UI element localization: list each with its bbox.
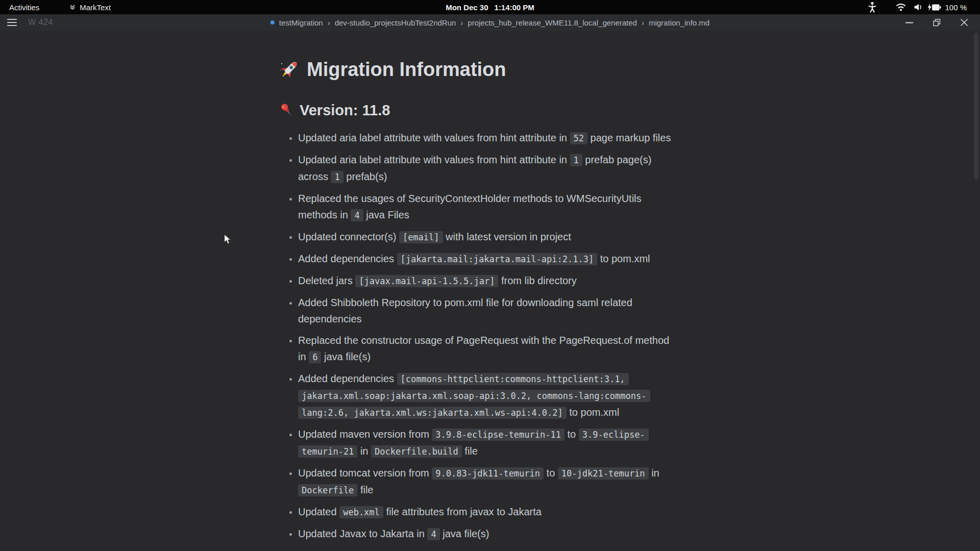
list-item: Updated tomcat version from 9.0.83-jdk11… <box>298 465 678 498</box>
page-title: Migration Information <box>279 56 692 83</box>
list-item-text: Updated <box>298 506 339 517</box>
list-item-text: Updated aria label attribute with values… <box>298 154 570 165</box>
inline-code: [email] <box>399 231 443 243</box>
markdown-document: Migration Information Version: 11.8 Upda… <box>279 31 692 542</box>
list-item: Updated web.xml file attributes from jav… <box>298 504 678 520</box>
version-heading: Version: 11.8 <box>279 100 692 120</box>
breadcrumb-item: dev-studio_projectsHubTest2ndRun <box>335 18 456 27</box>
list-item-text: java file(s) <box>321 351 371 362</box>
inline-code: 10-jdk21-temurin <box>558 467 649 480</box>
list-item: Deleted jars [javax.mail-api-1.5.5.jar] … <box>298 272 678 289</box>
inline-code: 6 <box>309 351 321 363</box>
list-item-text: file attributes from javax to Jakarta <box>383 506 542 517</box>
list-item-text: to <box>544 467 558 479</box>
bullet-list: Updated aria label attribute with values… <box>279 130 678 542</box>
page-title-text: Migration Information <box>307 56 506 83</box>
version-heading-text: Version: 11.8 <box>300 100 390 120</box>
restore-button[interactable] <box>931 17 942 28</box>
list-item-text: file <box>357 484 373 495</box>
inline-code: 9.0.83-jdk11-temurin <box>432 467 544 480</box>
close-icon <box>960 18 968 27</box>
battery-charging-icon <box>927 4 941 11</box>
breadcrumb-item: migration_info.md <box>649 18 709 27</box>
list-item-text: with latest version in project <box>443 231 571 242</box>
list-item-text: Added Shibboleth Repository to pom.xml f… <box>298 297 632 324</box>
title-bar: W 424 testMigration›dev-studio_projectsH… <box>0 14 980 31</box>
list-item: Updated Javax to Jakarta in 4 java file(… <box>298 525 678 542</box>
clock-date: Mon Dec 30 <box>446 3 488 12</box>
window-controls <box>903 14 970 31</box>
wifi-icon <box>896 4 906 11</box>
list-item-text: to <box>565 429 579 440</box>
breadcrumb-item: projects_hub_release_WME11.8_local_gener… <box>468 18 637 27</box>
list-item-text: page markup files <box>587 132 671 143</box>
battery-percent: 100 % <box>945 3 967 12</box>
list-item: Updated maven version from 3.9.8-eclipse… <box>298 426 678 460</box>
workspace-label: W 424 <box>28 18 53 27</box>
inline-code: [jakarta.mail:jakarta.mail-api:2.1.3] <box>397 253 598 265</box>
breadcrumb-separator-icon: › <box>328 18 330 27</box>
list-item-text: file <box>462 445 478 457</box>
breadcrumb: testMigration›dev-studio_projectsHubTest… <box>271 14 709 31</box>
list-item-text: Added dependencies <box>298 373 397 384</box>
accessibility-icon <box>868 2 876 13</box>
breadcrumb-separator-icon: › <box>460 18 463 27</box>
list-item-text: prefab(s) <box>344 171 387 182</box>
list-item-text: Added dependencies <box>298 253 397 264</box>
list-item-text: Updated maven version from <box>298 429 432 440</box>
marktext-indicator-label: MarkText <box>80 3 111 12</box>
list-item-text: Updated tomcat version from <box>298 467 432 479</box>
minimize-button[interactable] <box>903 17 915 28</box>
list-item-text: java Files <box>363 209 409 220</box>
list-item: Replaced the constructor usage of PageRe… <box>298 332 678 365</box>
breadcrumb-item: testMigration <box>279 18 323 27</box>
close-button[interactable] <box>959 17 970 28</box>
list-item: Updated aria label attribute with values… <box>298 130 678 146</box>
inline-code: Dockerfile <box>298 484 357 496</box>
marktext-tray-icon <box>69 4 76 11</box>
hamburger-menu-icon[interactable] <box>7 19 17 26</box>
list-item-text: to pom.xml <box>597 253 650 264</box>
list-item-text: Replaced the usages of SecurityContextHo… <box>298 193 642 220</box>
list-item-text: Updated connector(s) <box>298 231 399 242</box>
list-item-text: in <box>357 445 371 457</box>
unsaved-dot-icon <box>271 20 275 24</box>
inline-code: Dockerfile.build <box>371 445 462 458</box>
list-item-text: Updated aria label attribute with values… <box>298 132 570 143</box>
list-item: Updated aria label attribute with values… <box>298 152 678 185</box>
list-item: Replaced the usages of SecurityContextHo… <box>298 190 678 223</box>
clock-time: 1:14:00 PM <box>494 3 534 12</box>
editor-area[interactable]: Migration Information Version: 11.8 Upda… <box>0 31 980 551</box>
list-item-text: in <box>649 467 659 479</box>
system-tray[interactable]: 100 % <box>868 2 980 13</box>
list-item: Added dependencies [commons-httpclient:c… <box>298 370 678 421</box>
inline-code: 1 <box>570 154 582 166</box>
inline-code: 52 <box>570 132 587 144</box>
breadcrumb-separator-icon: › <box>642 18 644 27</box>
inline-code: 3.9.8-eclipse-temurin-11 <box>432 429 565 441</box>
clock[interactable]: Mon Dec 30 1:14:00 PM <box>446 3 534 12</box>
minimize-icon <box>905 22 913 23</box>
volume-icon <box>914 3 923 11</box>
inline-code: 4 <box>427 528 439 540</box>
inline-code: [javax.mail-api-1.5.5.jar] <box>355 275 498 287</box>
list-item: Added dependencies [jakarta.mail:jakarta… <box>298 251 678 267</box>
mouse-cursor <box>224 234 234 245</box>
marktext-indicator[interactable]: MarkText <box>69 3 111 12</box>
list-item: Updated connector(s) [email] with latest… <box>298 229 678 245</box>
restore-icon <box>933 19 941 27</box>
rocket-icon <box>279 59 300 80</box>
inline-code: 1 <box>331 171 343 183</box>
top-bar: Activities MarkText Mon Dec 30 1:14:00 P… <box>0 0 980 14</box>
scrollbar-thumb[interactable] <box>974 33 978 180</box>
list-item-text: java file(s) <box>440 528 489 539</box>
list-item-text: from lib directory <box>498 275 576 286</box>
list-item: Added Shibboleth Repository to pom.xml f… <box>298 294 678 327</box>
list-item-text: to pom.xml <box>567 407 619 418</box>
pushpin-icon <box>279 103 294 118</box>
list-item-text: Updated Javax to Jakarta in <box>298 528 427 539</box>
inline-code: web.xml <box>339 506 383 518</box>
list-item-text: Deleted jars <box>298 275 355 286</box>
activities-button[interactable]: Activities <box>0 0 48 14</box>
inline-code: 4 <box>351 209 363 221</box>
